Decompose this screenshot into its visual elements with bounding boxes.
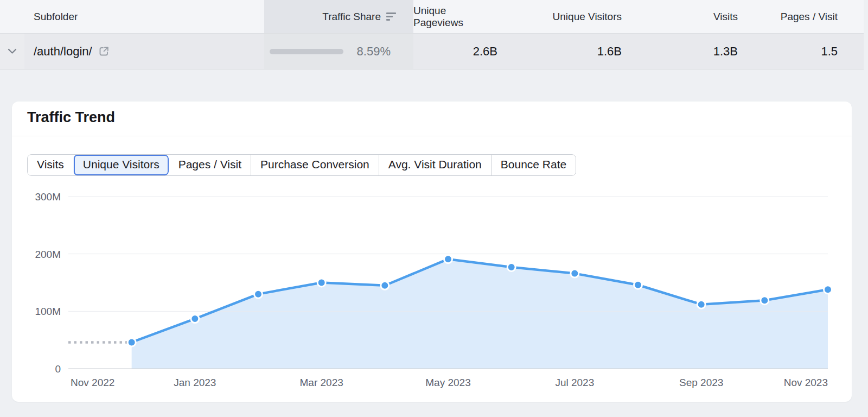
trend-chart-area: 0100M200M300MNov 2022Jan 2023Mar 2023May… [12, 185, 852, 402]
column-header-unique-pageviews[interactable]: Unique Pageviews [413, 0, 508, 33]
column-header-traffic-share[interactable]: Traffic Share [264, 0, 413, 33]
data-point[interactable] [824, 286, 832, 294]
x-tick-label: Jul 2023 [555, 377, 594, 388]
area-fill [132, 259, 828, 369]
column-header-label: Visits [713, 11, 738, 23]
column-header-pages-per-visit[interactable]: Pages / Visit [749, 0, 864, 33]
x-tick-label: Mar 2023 [300, 377, 343, 388]
y-tick-label: 200M [35, 249, 61, 260]
tab-bounce-rate[interactable]: Bounce Rate [491, 155, 576, 175]
unique-visitors-value: 1.6B [508, 34, 630, 69]
tab-unique-visitors[interactable]: Unique Visitors [73, 155, 169, 175]
data-point[interactable] [317, 279, 326, 287]
data-point[interactable] [191, 315, 199, 323]
tab-pages-per-visit[interactable]: Pages / Visit [169, 155, 251, 175]
subfolders-table: Subfolder Traffic Share Unique Pageviews… [0, 0, 864, 70]
trend-chart: 0100M200M300MNov 2022Jan 2023Mar 2023May… [12, 185, 852, 402]
y-tick-label: 100M [35, 306, 61, 317]
column-header-unique-visitors[interactable]: Unique Visitors [508, 0, 630, 33]
column-header-visits[interactable]: Visits [630, 0, 749, 33]
unique-pageviews-value: 2.6B [413, 34, 508, 69]
x-tick-label: Jan 2023 [174, 377, 216, 388]
traffic-share-cell: 8.59% [264, 34, 413, 69]
x-tick-label: Sep 2023 [679, 377, 723, 388]
x-tick-label: Nov 2023 [784, 377, 828, 388]
y-tick-label: 0 [55, 363, 61, 375]
x-tick-label: May 2023 [425, 377, 470, 388]
tab-visits[interactable]: Visits [28, 155, 73, 175]
data-point[interactable] [127, 338, 136, 346]
subfolder-cell: /auth/login/ [0, 34, 264, 69]
expand-row-button[interactable] [0, 34, 24, 69]
data-point[interactable] [697, 300, 705, 308]
traffic-trend-card: Traffic Trend Visits Unique Visitors Pag… [12, 102, 852, 402]
data-point[interactable] [381, 281, 389, 289]
data-point[interactable] [254, 290, 263, 298]
x-tick-label: Nov 2022 [71, 377, 114, 388]
pages-per-visit-value: 1.5 [749, 34, 864, 69]
data-point[interactable] [444, 255, 452, 263]
y-tick-label: 300M [35, 191, 61, 203]
table-header-row: Subfolder Traffic Share Unique Pageviews… [0, 0, 864, 34]
subfolder-path[interactable]: /auth/login/ [34, 45, 92, 59]
column-header-label: Unique Pageviews [413, 5, 497, 29]
traffic-share-value: 8.59% [343, 45, 391, 59]
card-divider [12, 136, 852, 136]
sort-descending-icon [386, 12, 397, 21]
data-point[interactable] [571, 269, 579, 277]
card-title: Traffic Trend [27, 109, 115, 126]
metric-tabs: Visits Unique Visitors Pages / Visit Pur… [27, 154, 576, 176]
column-header-label: Traffic Share [322, 11, 381, 23]
data-point[interactable] [761, 296, 769, 305]
column-header-label: Unique Visitors [553, 11, 622, 23]
column-header-label: Pages / Visit [781, 11, 838, 23]
tab-avg-visit-duration[interactable]: Avg. Visit Duration [379, 155, 491, 175]
traffic-share-bar-track [270, 49, 343, 54]
table-row: /auth/login/ 8.59% 2.6B 1.6B 1.3B 1.5 [0, 34, 864, 70]
chevron-down-icon [8, 48, 17, 54]
data-point[interactable] [634, 281, 642, 289]
tab-purchase-conversion[interactable]: Purchase Conversion [251, 155, 379, 175]
external-link-icon[interactable] [98, 45, 110, 58]
visits-value: 1.3B [630, 34, 749, 69]
data-point[interactable] [507, 263, 515, 271]
column-header-label: Subfolder [34, 11, 78, 23]
column-header-subfolder[interactable]: Subfolder [0, 0, 264, 33]
